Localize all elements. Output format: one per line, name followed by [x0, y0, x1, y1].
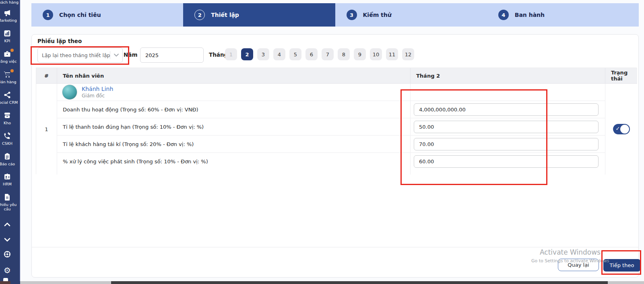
report-icon: [3, 152, 12, 161]
kpi-value-input-4[interactable]: [414, 155, 599, 168]
sidebar-settings[interactable]: ⚙: [0, 265, 20, 275]
sidebar-item-ban-hang[interactable]: Bán hàng: [0, 70, 20, 84]
step-kiem-thu[interactable]: 3 Kiểm thử: [335, 3, 487, 27]
sidebar-item-label: Kho: [4, 121, 11, 125]
month-button-2[interactable]: 2: [241, 48, 253, 60]
id-badge-icon: [3, 173, 12, 181]
notification-dot: [10, 69, 14, 72]
col-header-month: Tháng 2: [411, 68, 605, 84]
sidebar-item-bao-cao[interactable]: Báo cáo: [0, 152, 20, 166]
notification-dot: [10, 49, 14, 52]
month-button-5[interactable]: 5: [289, 48, 301, 60]
sidebar-item-kpi[interactable]: KPI: [0, 29, 20, 43]
scrollbar-thumb[interactable]: [111, 281, 608, 284]
sidebar-item-label: Bán hàng: [0, 80, 17, 84]
filler-cell: [411, 170, 605, 175]
status-cell: ✓: [605, 84, 637, 175]
sidebar-item-khach-hang[interactable]: Khách hàng: [0, 0, 20, 4]
month-button-4[interactable]: 4: [273, 48, 285, 60]
month-button-8[interactable]: 8: [338, 48, 350, 60]
sidebar-item-hrm[interactable]: HRM: [0, 173, 20, 186]
kpi-value-cell: [411, 118, 605, 136]
repeat-type-dropdown[interactable]: Lặp lại theo tháng thiết lập: [37, 47, 123, 63]
sidebar-item-label: KPI: [4, 39, 10, 43]
kpi-value-cell: [411, 101, 605, 118]
phone-icon: [3, 132, 12, 140]
sidebar-item-phieu-yeu-cau[interactable]: Phiếu yêu cầu: [0, 193, 20, 211]
year-input[interactable]: [140, 47, 204, 63]
support-wheel-icon: [3, 250, 12, 258]
col-header-status: Trạng thái: [605, 68, 637, 84]
sidebar-item-social-crm[interactable]: Social CRM: [0, 91, 20, 105]
step-number: 1: [43, 10, 53, 20]
sidebar-item-label: Social CRM: [0, 100, 18, 105]
kpi-value-cell: [411, 153, 605, 170]
sidebar-support[interactable]: [0, 250, 20, 258]
employee-cell: Khánh Linh Giám đốc: [57, 84, 411, 101]
sidebar-item-label: Công việc: [0, 59, 17, 64]
sidebar-item-marketing[interactable]: Marketing: [0, 9, 20, 23]
sidebar-item-label: Khách hàng: [0, 0, 19, 4]
employee-role: Giám đốc: [82, 93, 113, 99]
kpi-label: Tỉ lệ khách hàng tái kí (Trọng số: 20% -…: [57, 136, 411, 153]
step-thiet-lap[interactable]: 2 Thiết lập: [183, 3, 335, 27]
kpi-value-cell: [411, 136, 605, 153]
year-label: Năm: [124, 51, 137, 58]
sidebar-item-label: Báo cáo: [0, 162, 15, 166]
kpi-chart-icon: [3, 29, 12, 37]
warehouse-icon: [3, 111, 12, 119]
megaphone-icon: [3, 9, 12, 17]
scrollbar-corner: [0, 281, 10, 284]
step-number: 4: [498, 10, 509, 20]
request-doc-icon: [3, 193, 12, 201]
filler-cell: [57, 170, 411, 175]
scrollbar-corner: [10, 281, 20, 284]
month-button-3[interactable]: 3: [257, 48, 269, 60]
kpi-label: % xử lý công việc phát sinh (Trọng số: 1…: [57, 153, 411, 170]
row-index: 1: [36, 84, 57, 175]
month-button-12[interactable]: 12: [402, 48, 414, 60]
step-label: Ban hành: [515, 12, 545, 18]
step-chon-chi-tieu[interactable]: 1 Chọn chỉ tiêu: [31, 3, 183, 27]
empty-value-cell: [411, 84, 605, 101]
kpi-label: Doanh thu hoạt động (Trọng số: 60% - Đơn…: [57, 101, 411, 118]
month-button-1[interactable]: 1: [225, 48, 237, 60]
activate-windows-watermark-sub: Go to Settings to activate Windows: [531, 258, 609, 263]
kpi-value-input-3[interactable]: [414, 138, 599, 150]
month-button-9[interactable]: 9: [354, 48, 366, 60]
sidebar-item-kho[interactable]: Kho: [0, 111, 20, 125]
kpi-label: Tỉ lệ thanh toán đúng hạn (Trọng số: 10%…: [57, 118, 411, 136]
avatar[interactable]: [62, 84, 77, 100]
step-label: Thiết lập: [211, 12, 239, 18]
step-label: Chọn chỉ tiêu: [59, 12, 101, 18]
step-number: 3: [347, 10, 357, 20]
repeat-section-label: Phiếu lặp theo: [37, 38, 82, 44]
activate-windows-watermark: Activate Windows: [540, 248, 601, 256]
sidebar: Khách hàng Marketing KPI Công việc Bán h…: [0, 0, 20, 284]
toggle-knob: [620, 125, 629, 134]
employee-name-link[interactable]: Khánh Linh: [82, 86, 113, 92]
sidebar-item-cskh[interactable]: CSKH: [0, 132, 20, 146]
gear-icon: ⚙: [3, 265, 12, 275]
step-ban-hanh[interactable]: 4 Ban hành: [487, 3, 639, 27]
sidebar-item-label: HRM: [3, 182, 12, 186]
kpi-value-input-2[interactable]: [414, 121, 599, 133]
month-button-10[interactable]: 10: [370, 48, 382, 60]
month-selector: 1 2 3 4 5 6 7 8 9 10 11 12: [225, 48, 414, 60]
kpi-value-input-1[interactable]: [414, 103, 599, 116]
month-button-6[interactable]: 6: [305, 48, 318, 60]
share-icon: [3, 91, 12, 99]
month-button-11[interactable]: 11: [386, 48, 398, 60]
repeat-type-value: Lặp lại theo tháng thiết lập: [38, 52, 110, 58]
sidebar-item-cong-viec[interactable]: Công việc: [0, 50, 20, 64]
sidebar-scroll-up[interactable]: [0, 220, 20, 228]
step-number: 2: [194, 10, 205, 20]
step-label: Kiểm thử: [363, 12, 392, 18]
cart-icon: [3, 70, 12, 78]
status-toggle[interactable]: ✓: [613, 124, 630, 134]
sidebar-scroll-down[interactable]: [0, 236, 20, 244]
month-button-7[interactable]: 7: [322, 48, 334, 60]
briefcase-icon: [3, 50, 12, 58]
footer-divider: [32, 247, 638, 247]
wizard-stepper: 1 Chọn chỉ tiêu 2 Thiết lập 3 Kiểm thử 4…: [31, 3, 639, 27]
